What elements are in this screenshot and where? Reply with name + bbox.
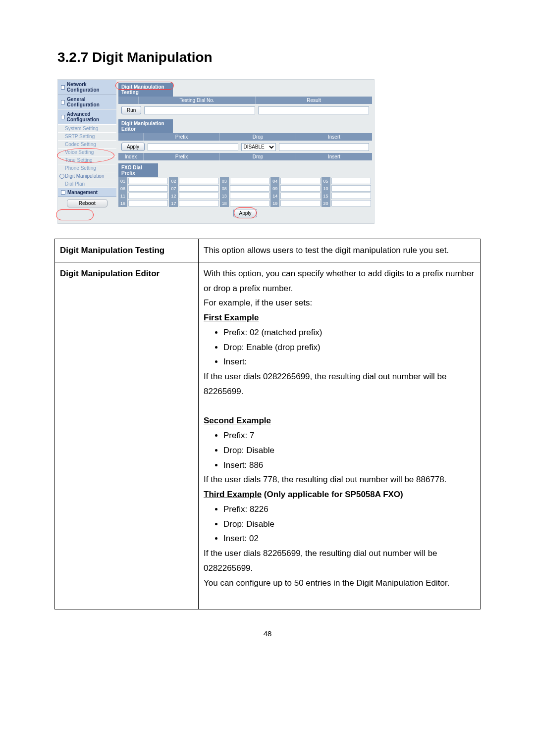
sidebar-cat-network[interactable]: Network Configuration bbox=[58, 80, 116, 95]
sidebar-sub-dial-plan[interactable]: Dial Plan bbox=[58, 180, 116, 188]
list-item: Prefix: 8226 bbox=[223, 502, 475, 517]
config-screenshot: Network Configuration General Configurat… bbox=[57, 79, 374, 224]
testing-dial-input[interactable] bbox=[144, 106, 255, 114]
fxo-cell bbox=[127, 177, 169, 185]
fxo-prefix-input[interactable] bbox=[280, 178, 320, 184]
list-item: Insert: 02 bbox=[223, 531, 475, 546]
fxo-index: 15 bbox=[321, 192, 330, 200]
fxo-index: 17 bbox=[169, 200, 178, 207]
editor-header-row: Prefix Drop Insert bbox=[118, 133, 372, 141]
editor-prefix-input[interactable] bbox=[148, 143, 238, 151]
fxo-index: 12 bbox=[169, 192, 178, 200]
fxo-index: 20 bbox=[321, 200, 330, 207]
example2-after: If the user dials 778, the resulting dia… bbox=[204, 472, 475, 487]
fxo-prefix-input[interactable] bbox=[331, 185, 371, 192]
example1-title: First Example bbox=[204, 310, 475, 325]
editor-drop-select[interactable]: DISABLE bbox=[241, 143, 276, 151]
fxo-apply-button[interactable]: Apply bbox=[233, 209, 257, 217]
row2-intro1: With this option, you can specify whethe… bbox=[204, 266, 475, 296]
fxo-prefix-input[interactable] bbox=[230, 200, 269, 206]
testing-col-dialno: Testing Dial No. bbox=[138, 97, 255, 104]
example3-title-rest: (Only applicable for SP5058A FXO) bbox=[262, 490, 403, 499]
example1-after: If the user dials 0282265699, the result… bbox=[204, 369, 475, 399]
fxo-row: 0102030405 bbox=[118, 177, 372, 185]
editor-insert-input[interactable] bbox=[279, 143, 370, 151]
sidebar-sub-phone[interactable]: Phone Setting bbox=[58, 164, 116, 172]
editor-col-drop: Drop bbox=[219, 133, 296, 141]
fxo-prefix-input[interactable] bbox=[230, 178, 269, 184]
fxo-index: 04 bbox=[270, 177, 279, 185]
fxo-cell bbox=[279, 177, 321, 185]
fxo-prefix-input[interactable] bbox=[128, 185, 168, 192]
sidebar-cat-general[interactable]: General Configuration bbox=[58, 95, 116, 109]
row2-name: Digit Manipulation Editor bbox=[55, 262, 199, 609]
fxo-prefix-input[interactable] bbox=[280, 200, 320, 206]
sidebar-sub-system[interactable]: System Setting bbox=[58, 124, 116, 132]
sidebar-cat-label: Advanced Configuration bbox=[67, 111, 113, 122]
editor-col-prefix: Prefix bbox=[143, 133, 219, 141]
fxo-panel-title: FXO Dial Prefix bbox=[118, 163, 158, 177]
fxo-index: 03 bbox=[220, 177, 229, 185]
example2-title: Second Example bbox=[204, 413, 475, 428]
fxo-cell bbox=[330, 177, 372, 185]
fxo-cell bbox=[127, 192, 169, 200]
fxo-index: 14 bbox=[270, 192, 279, 200]
run-button[interactable]: Run bbox=[121, 106, 141, 114]
sidebar-sub-codec[interactable]: Codec Setting bbox=[58, 140, 116, 148]
fxo-cell bbox=[279, 185, 321, 192]
list-item: Drop: Disable bbox=[223, 443, 475, 458]
fxo-prefix-input[interactable] bbox=[280, 185, 320, 192]
fxo-prefix-input[interactable] bbox=[179, 200, 218, 206]
testing-result-output bbox=[258, 106, 369, 114]
fxo-cell bbox=[127, 200, 169, 207]
fxo-index: 07 bbox=[169, 185, 178, 192]
table-row: Digit Manipulation Testing This option a… bbox=[55, 239, 481, 262]
fxo-prefix-input[interactable] bbox=[280, 193, 320, 199]
page-number: 48 bbox=[54, 629, 481, 638]
list-item: Drop: Enable (drop prefix) bbox=[223, 340, 475, 355]
sidebar-sub-digit-manipulation[interactable]: Digit Manipulation bbox=[58, 172, 116, 180]
fxo-row: 0607080910 bbox=[118, 185, 372, 192]
sidebar-cat-advanced[interactable]: Advanced Configuration bbox=[58, 109, 116, 124]
sidebar-cat-label: Management bbox=[67, 190, 98, 195]
fxo-index: 11 bbox=[118, 192, 127, 200]
fxo-prefix-input[interactable] bbox=[331, 200, 371, 206]
fxo-prefix-input[interactable] bbox=[179, 178, 218, 184]
fxo-prefix-input[interactable] bbox=[128, 200, 168, 206]
fxo-row: 1112131415 bbox=[118, 192, 372, 200]
fxo-prefix-input[interactable] bbox=[128, 193, 168, 199]
list-item: Insert: bbox=[223, 354, 475, 369]
sidebar-sub-tone[interactable]: Tone Setting bbox=[58, 156, 116, 164]
example2-bullets: Prefix: 7 Drop: Disable Insert: 886 bbox=[223, 428, 475, 472]
editor-apply-button[interactable]: Apply bbox=[121, 143, 145, 151]
screenshot-sidebar: Network Configuration General Configurat… bbox=[58, 80, 116, 210]
editor-col-insert2: Insert bbox=[296, 153, 372, 160]
list-item: Prefix: 7 bbox=[223, 428, 475, 443]
fxo-prefix-input[interactable] bbox=[179, 185, 218, 192]
testing-col-result: Result bbox=[255, 97, 372, 104]
fxo-prefix-input[interactable] bbox=[128, 178, 168, 184]
sidebar-cat-management[interactable]: Management bbox=[58, 188, 116, 197]
fxo-cell bbox=[330, 192, 372, 200]
fxo-prefix-input[interactable] bbox=[230, 185, 269, 192]
editor-panel-title: Digit Manipulation Editor bbox=[118, 119, 173, 133]
fxo-prefix-input[interactable] bbox=[230, 193, 269, 199]
reboot-button[interactable]: Reboot bbox=[67, 199, 107, 207]
fxo-row: 1617181920 bbox=[118, 200, 372, 207]
list-item: Insert: 886 bbox=[223, 458, 475, 473]
section-heading: 3.2.7 Digit Manipulation bbox=[57, 50, 481, 65]
fxo-index: 09 bbox=[270, 185, 279, 192]
fxo-cell bbox=[229, 200, 270, 207]
fxo-prefix-input[interactable] bbox=[331, 193, 371, 199]
sidebar-cat-label: Network Configuration bbox=[67, 82, 113, 93]
fxo-cell bbox=[178, 200, 219, 207]
fxo-cell bbox=[229, 177, 270, 185]
screenshot-main: Digit Manipulation Testing Testing Dial … bbox=[116, 80, 374, 223]
fxo-prefix-input[interactable] bbox=[179, 193, 218, 199]
sidebar-cat-label: General Configuration bbox=[67, 97, 113, 107]
sidebar-sub-srtp[interactable]: SRTP Setting bbox=[58, 132, 116, 140]
fxo-prefix-input[interactable] bbox=[331, 178, 371, 184]
fxo-index: 01 bbox=[118, 177, 127, 185]
fxo-index: 06 bbox=[118, 185, 127, 192]
sidebar-sub-voice[interactable]: Voice Setting bbox=[58, 148, 116, 156]
